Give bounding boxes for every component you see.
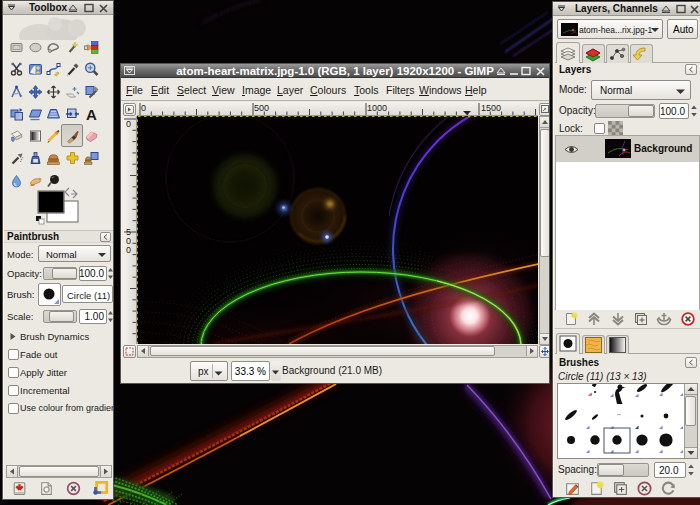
- svg-text:0: 0: [141, 103, 146, 113]
- svg-text:0: 0: [126, 245, 131, 255]
- svg-text:500: 500: [254, 103, 269, 113]
- svg-text:1500: 1500: [481, 103, 501, 113]
- svg-text:0: 0: [126, 119, 131, 129]
- svg-text:A: A: [86, 106, 97, 122]
- svg-text:1000: 1000: [367, 103, 387, 113]
